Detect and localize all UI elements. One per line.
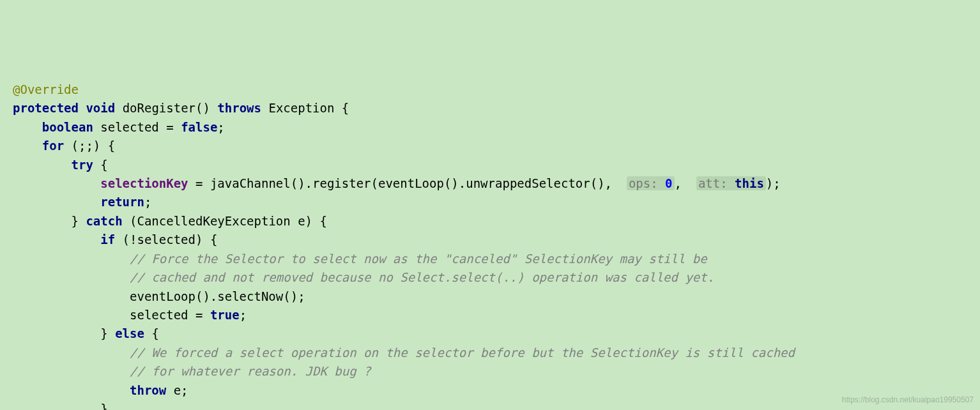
- semicolon: ;: [144, 195, 151, 209]
- close-brace: }: [100, 326, 115, 340]
- keyword-if: if: [100, 232, 115, 247]
- method-name: doRegister(): [123, 101, 210, 115]
- number-zero: 0: [665, 176, 672, 190]
- code-line-17: throw e;: [13, 381, 980, 400]
- comment: // for whatever reason. JDK bug ?: [130, 364, 371, 378]
- close-brace: }: [100, 402, 107, 410]
- keyword-catch: catch: [86, 214, 122, 228]
- code-line-6: selectionKey = javaChannel().register(ev…: [13, 174, 980, 193]
- else-rest: {: [144, 326, 159, 340]
- code-line-5: try {: [13, 156, 980, 174]
- keyword-try: try: [72, 158, 93, 172]
- statement: eventLoop().selectNow();: [130, 289, 305, 303]
- param-hint-att: att: this: [696, 176, 766, 190]
- literal-false: false: [181, 120, 217, 134]
- code-line-16: // for whatever reason. JDK bug ?: [13, 362, 980, 381]
- literal-true: true: [210, 308, 240, 322]
- param-hint-ops: ops: 0: [627, 176, 675, 190]
- code-line-8: } catch (CancelledKeyException e) {: [13, 212, 980, 231]
- if-rest: (!selected) {: [115, 232, 217, 247]
- code-line-18: }: [13, 400, 980, 410]
- keyword-protected: protected: [13, 101, 79, 115]
- comment: // cached and not removed because no Sel…: [130, 270, 714, 284]
- annotation-override: @Override: [13, 82, 79, 96]
- throw-rest: e;: [166, 383, 188, 397]
- var-selected: selected =: [100, 120, 173, 134]
- call-end: );: [766, 176, 781, 190]
- code-editor: @Overrideprotected void doRegister() thr…: [13, 80, 980, 410]
- keyword-throws: throws: [217, 101, 261, 115]
- watermark: https://blog.csdn.net/kuaipao19950507: [842, 394, 974, 406]
- code-line-10: // Force the Selector to select now as t…: [13, 250, 980, 268]
- catch-rest: (CancelledKeyException e) {: [123, 214, 327, 228]
- code-line-11: // cached and not removed because no Sel…: [13, 268, 980, 287]
- code-line-4: for (;;) {: [13, 137, 980, 155]
- assign: selected =: [130, 308, 210, 322]
- comment: // Force the Selector to select now as t…: [130, 252, 707, 266]
- for-rest: (;;) {: [64, 139, 115, 153]
- code-line-9: if (!selected) {: [13, 231, 980, 249]
- keyword-throw: throw: [130, 383, 166, 397]
- keyword-this: this: [735, 176, 764, 190]
- code-line-1: @Override: [13, 80, 980, 99]
- code-line-7: return;: [13, 193, 980, 211]
- keyword-boolean: boolean: [42, 120, 93, 134]
- keyword-void: void: [86, 101, 115, 115]
- assign-expr: = javaChannel().register(eventLoop().unw…: [188, 176, 627, 190]
- field-selectionkey: selectionKey: [100, 176, 188, 190]
- code-line-14: } else {: [13, 324, 980, 343]
- keyword-return: return: [100, 195, 144, 209]
- code-line-13: selected = true;: [13, 306, 980, 324]
- close-brace: }: [72, 214, 86, 228]
- code-line-15: // We forced a select operation on the s…: [13, 344, 980, 362]
- semicolon: ;: [217, 120, 224, 134]
- keyword-for: for: [42, 139, 64, 153]
- keyword-else: else: [115, 326, 144, 340]
- code-line-3: boolean selected = false;: [13, 118, 980, 137]
- code-line-12: eventLoop().selectNow();: [13, 287, 980, 306]
- comment: // We forced a select operation on the s…: [130, 345, 795, 360]
- exception-decl: Exception {: [268, 101, 349, 115]
- try-rest: {: [93, 158, 108, 172]
- comma: ,: [675, 176, 696, 190]
- code-line-2: protected void doRegister() throws Excep…: [13, 99, 980, 118]
- semicolon: ;: [240, 308, 247, 322]
